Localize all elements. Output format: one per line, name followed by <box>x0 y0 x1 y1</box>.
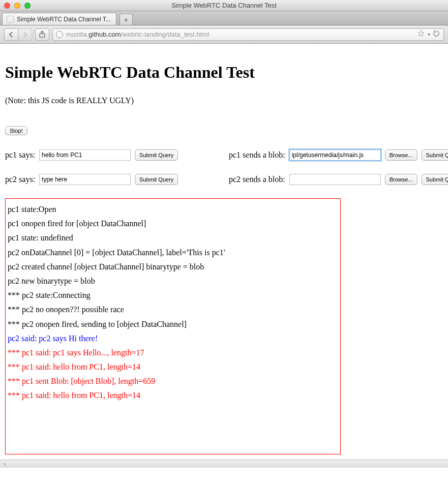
window-titlebar: Simple WebRTC Data Channel Test <box>0 0 448 11</box>
minimize-window-icon[interactable] <box>14 3 20 9</box>
dropdown-icon[interactable]: ▾ <box>428 32 430 37</box>
pc2-blob-label: pc2 sends a blob: <box>229 175 285 184</box>
url-host-prefix: mozilla. <box>66 31 88 38</box>
zoom-window-icon[interactable] <box>24 3 31 9</box>
log-line: pc1 state: undefined <box>8 233 338 242</box>
new-tab-button[interactable]: + <box>120 14 133 25</box>
plus-icon: + <box>124 16 128 24</box>
browser-tab[interactable]: Simple WebRTC Data Channel T... <box>2 13 116 25</box>
url-text: mozilla.github.com/webrtc-landing/data_t… <box>66 31 414 38</box>
log-line: *** pc1 sent Blob: [object Blob], length… <box>8 376 338 386</box>
log-line: *** pc2 state:Connecting <box>8 290 338 300</box>
pc2-says-label: pc2 says: <box>5 175 35 184</box>
url-host-main: github.com <box>88 31 121 38</box>
nav-history-group <box>4 28 32 41</box>
status-bar: × <box>0 460 448 468</box>
globe-icon <box>56 31 63 38</box>
pc2-says-cell: pc2 says: Submit Query <box>5 174 229 185</box>
pc1-blob-label: pc1 sends a blob: <box>229 150 285 160</box>
stop-button[interactable]: Stop! <box>5 126 27 135</box>
log-line: pc2 said: pc2 says Hi there! <box>8 333 338 343</box>
traffic-lights <box>0 3 31 9</box>
pc1-says-input[interactable] <box>39 149 131 161</box>
pc1-browse-button[interactable]: Browse... <box>385 149 417 161</box>
log-box[interactable]: pc1 state:Openpc1 onopen fired for [obje… <box>5 198 341 454</box>
page-heading: Simple WebRTC Data Channel Test <box>5 63 443 82</box>
favicon-icon <box>7 16 14 23</box>
share-button[interactable] <box>35 28 49 41</box>
pc1-says-submit[interactable]: Submit Query <box>135 149 178 161</box>
log-line: *** pc2 no onopen??! possible race <box>8 305 338 314</box>
pc1-blob-input[interactable] <box>289 149 381 161</box>
bookmark-star-icon[interactable] <box>417 30 425 39</box>
status-close-icon[interactable]: × <box>3 461 6 467</box>
page-note: (Note: this JS code is REALLY UGLY) <box>5 96 443 105</box>
log-line: pc2 new binarytype = blob <box>8 276 338 286</box>
back-arrow-icon <box>8 32 14 38</box>
url-bar[interactable]: mozilla.github.com/webrtc-landing/data_t… <box>52 28 444 41</box>
pc2-blob-input[interactable] <box>289 174 381 185</box>
pc1-says-cell: pc1 says: Submit Query <box>5 149 229 161</box>
forward-arrow-icon <box>22 32 28 38</box>
forward-button <box>18 28 32 41</box>
row-pc2: pc2 says: Submit Query pc2 sends a blob:… <box>5 174 443 198</box>
pc2-says-input[interactable] <box>39 174 131 185</box>
log-line: pc1 onopen fired for [object DataChannel… <box>8 219 338 228</box>
tab-title: Simple WebRTC Data Channel T... <box>17 16 111 23</box>
pc2-says-submit[interactable]: Submit Query <box>135 174 178 185</box>
reload-icon[interactable] <box>433 30 440 39</box>
url-path: /webrtc-landing/data_test.html <box>121 31 209 38</box>
pc2-browse-button[interactable]: Browse... <box>385 174 417 185</box>
log-line: pc1 state:Open <box>8 204 338 214</box>
log-line: pc2 onDataChannel [0] = [object DataChan… <box>8 248 338 257</box>
pc2-blob-submit[interactable]: Submit Query <box>422 174 448 185</box>
close-window-icon[interactable] <box>4 3 10 9</box>
page-content: Simple WebRTC Data Channel Test (Note: t… <box>0 44 448 460</box>
nav-toolbar: mozilla.github.com/webrtc-landing/data_t… <box>0 25 448 44</box>
log-line: *** pc1 said: hello from PC1, length=14 <box>8 390 338 400</box>
pc2-blob-cell: pc2 sends a blob: Browse... Submit Query <box>229 174 448 185</box>
pc1-blob-cell: pc1 sends a blob: Browse... Submit Query <box>229 149 448 161</box>
log-line: pc2 created channel [object DataChannel]… <box>8 262 338 271</box>
log-line: *** pc2 onopen fired, sending to [object… <box>8 319 338 329</box>
pc1-blob-submit[interactable]: Submit Query <box>422 149 448 161</box>
row-pc1: pc1 says: Submit Query pc1 sends a blob:… <box>5 149 443 174</box>
log-line: *** pc1 said: hello from PC1, length=14 <box>8 362 338 372</box>
pc1-says-label: pc1 says: <box>5 150 35 160</box>
window-title: Simple WebRTC Data Channel Test <box>0 2 448 9</box>
share-icon <box>39 31 46 38</box>
tab-bar: Simple WebRTC Data Channel T... + <box>0 11 448 25</box>
log-line: *** pc1 said: pc1 says Hello..., length=… <box>8 348 338 357</box>
back-button[interactable] <box>4 28 18 41</box>
